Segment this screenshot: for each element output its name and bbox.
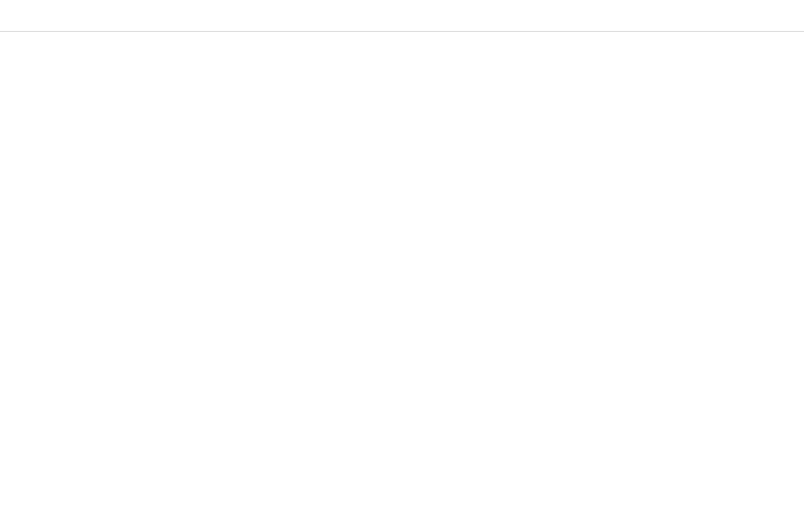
timeframe-tabs — [0, 0, 804, 32]
ohlc-readout — [7, 40, 64, 54]
macd-readout — [7, 415, 46, 429]
trading-chart-app: { "tabs": { "items": [ {"label": "日", "n… — [0, 0, 804, 532]
ma-readout — [7, 58, 39, 72]
candlestick-chart[interactable] — [0, 0, 804, 532]
